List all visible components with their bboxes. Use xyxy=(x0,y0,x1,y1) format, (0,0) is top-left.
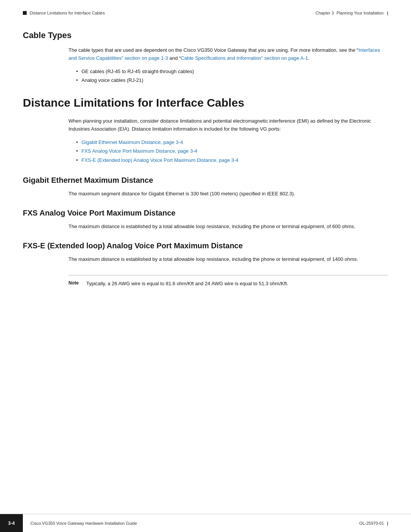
breadcrumb: Distance Limitations for Interface Cable… xyxy=(30,11,105,15)
fxse-heading: FXS-E (Extended loop) Analog Voice Port … xyxy=(23,241,388,250)
gigabit-link[interactable]: Gigabit Ethernet Maximum Distance, page … xyxy=(81,139,183,145)
cable-types-section: Cable Types The cable types that are use… xyxy=(23,30,388,85)
bullet-item-2: Analog voice cables (RJ-21) xyxy=(81,77,143,83)
fxse-body: The maximum distance is established by a… xyxy=(68,256,388,264)
fxs-analog-section: FXS Analog Voice Port Maximum Distance T… xyxy=(23,209,388,231)
list-item: Gigabit Ethernet Maximum Distance, page … xyxy=(76,138,388,147)
gigabit-body: The maximum segment distance for Gigabit… xyxy=(68,190,388,198)
fxs-heading: FXS Analog Voice Port Maximum Distance xyxy=(23,209,388,217)
note-area: Note Typically, a 26 AWG wire is equal t… xyxy=(68,275,388,288)
distance-limitations-heading: Distance Limitations for Interface Cable… xyxy=(23,96,388,110)
note-label: Note xyxy=(68,280,79,286)
note-container: Note Typically, a 26 AWG wire is equal t… xyxy=(68,275,388,288)
note-text: Typically, a 26 AWG wire is equal to 81.… xyxy=(86,280,288,288)
fxse-text: The maximum distance is established by a… xyxy=(68,256,388,264)
page-number: 3-4 xyxy=(0,514,23,532)
fxs-link[interactable]: FXS Analog Voice Port Maximum Distance, … xyxy=(81,148,197,154)
cable-types-intro-text: The cable types that are used are depend… xyxy=(68,47,358,53)
header-bullet-icon xyxy=(23,11,27,15)
page-header: Distance Limitations for Interface Cable… xyxy=(0,0,411,19)
list-item: GE cables (RJ-45 to RJ-45 straight-throu… xyxy=(76,67,388,76)
cable-types-list: GE cables (RJ-45 to RJ-45 straight-throu… xyxy=(76,67,388,85)
chapter-label: Chapter 3 xyxy=(315,11,334,15)
page-container: Distance Limitations for Interface Cable… xyxy=(0,0,411,532)
chapter-title: Planning Your Installation xyxy=(336,11,384,15)
gigabit-ethernet-section: Gigabit Ethernet Maximum Distance The ma… xyxy=(23,176,388,198)
footer-left: 3-4 Cisco VG350 Voice Gateway Hardware I… xyxy=(0,514,137,532)
footer-doc-title: Cisco VG350 Voice Gateway Hardware Insta… xyxy=(30,521,137,526)
footer-right: OL-25970-01 | xyxy=(359,521,411,526)
cable-types-heading: Cable Types xyxy=(23,30,388,40)
fxs-body: The maximum distance is established by a… xyxy=(68,223,388,231)
fxs-text: The maximum distance is established by a… xyxy=(68,223,388,231)
cable-types-middle-text: and “ xyxy=(168,55,181,61)
distance-links-list: Gigabit Ethernet Maximum Distance, page … xyxy=(76,138,388,165)
header-right: Chapter 3 Planning Your Installation | xyxy=(315,11,388,15)
header-left: Distance Limitations for Interface Cable… xyxy=(23,11,105,15)
cable-types-intro: The cable types that are used are depend… xyxy=(68,46,388,62)
footer-bar: | xyxy=(387,521,388,526)
list-item: Analog voice cables (RJ-21) xyxy=(76,76,388,85)
page-footer: 3-4 Cisco VG350 Voice Gateway Hardware I… xyxy=(0,514,411,532)
fxse-section: FXS-E (Extended loop) Analog Voice Port … xyxy=(23,241,388,264)
footer-doc-number: OL-25970-01 xyxy=(359,521,384,526)
cable-specs-link[interactable]: Cable Specifications and Information” se… xyxy=(181,55,308,61)
gigabit-text: The maximum segment distance for Gigabit… xyxy=(68,190,388,198)
distance-limitations-body: When planning your installation, conside… xyxy=(68,117,388,165)
distance-limitations-section: Distance Limitations for Interface Cable… xyxy=(23,96,388,165)
cable-types-end-text: . xyxy=(308,55,309,61)
list-item: FXS-E (Extended loop) Analog Voice Port … xyxy=(76,156,388,165)
content-area: Cable Types The cable types that are use… xyxy=(0,19,411,310)
list-item: FXS Analog Voice Port Maximum Distance, … xyxy=(76,147,388,155)
gigabit-heading: Gigabit Ethernet Maximum Distance xyxy=(23,176,388,185)
fxse-link[interactable]: FXS-E (Extended loop) Analog Voice Port … xyxy=(81,157,239,163)
bullet-item-1: GE cables (RJ-45 to RJ-45 straight-throu… xyxy=(81,69,194,74)
cable-types-body: The cable types that are used are depend… xyxy=(68,46,388,85)
distance-limitations-intro: When planning your installation, conside… xyxy=(68,117,388,133)
